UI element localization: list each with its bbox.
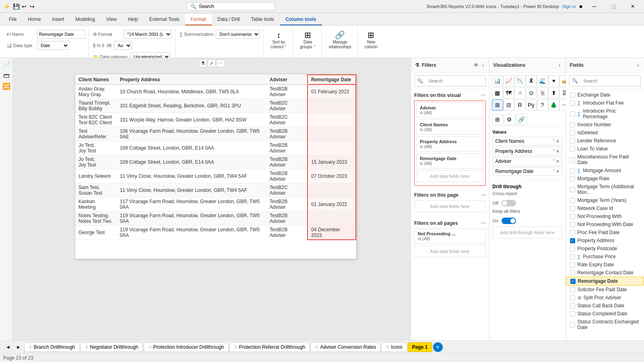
field-checkbox[interactable] xyxy=(570,222,575,227)
field-invoice-number[interactable]: Invoice Number xyxy=(566,121,644,129)
field-mortgage-rate[interactable]: Mortgage Rate xyxy=(566,175,644,183)
tab-column-tools[interactable]: Column tools xyxy=(280,14,322,25)
field-mortgage-term-years[interactable]: Mortgage Term (Years) xyxy=(566,196,644,204)
viz-gauge[interactable]: ⊙ xyxy=(526,87,537,99)
field-checkbox[interactable] xyxy=(570,93,575,98)
tab-protection-referral[interactable]: ⊹ Protection Referral Drillthrough xyxy=(229,342,310,352)
field-mortgage-term-additional[interactable]: Mortgage Term (Additional Mon... xyxy=(566,183,644,196)
viz-decomp[interactable]: 🌲 xyxy=(548,99,559,111)
field-split-proc-adviser[interactable]: ⊞ Split Proc Adviser xyxy=(566,294,644,302)
field-checkbox[interactable] xyxy=(570,230,575,235)
filter-adviser[interactable]: Adviser is (All) xyxy=(416,103,484,118)
manage-relationships-button[interactable]: 🔗 Managerelationships xyxy=(326,29,354,51)
field-introducer-proc-percentage[interactable]: ∑ Introducer Proc Percentage xyxy=(566,107,644,121)
tab-icons[interactable]: ⊹ Icons xyxy=(381,342,407,352)
viz-waterfall[interactable]: 🌊 xyxy=(537,75,548,86)
chip-remove-icon[interactable]: ✕ xyxy=(556,139,559,144)
save-icon[interactable]: 💾 xyxy=(13,3,19,10)
filter-remortgage-date[interactable]: Remortgage Date is (All) xyxy=(416,153,484,169)
field-solicitor-fee-paid-date[interactable]: Solicitor Fee Paid Date xyxy=(566,286,644,294)
summarization-select[interactable]: Don't summarize xyxy=(216,30,260,39)
report-view-icon[interactable]: 📄 xyxy=(2,61,10,69)
close-button[interactable]: ✕ xyxy=(625,0,641,13)
field-loan-to-value[interactable]: Loan To Value xyxy=(566,145,644,153)
filters-visual-dots[interactable]: ⋯ xyxy=(481,93,486,98)
add-data-visual[interactable]: Add data fields here xyxy=(416,170,484,182)
field-checkbox[interactable] xyxy=(570,254,575,259)
add-data-all-pages[interactable]: Add data fields here xyxy=(414,245,486,257)
tab-branch-drillthrough[interactable]: ⊹ Branch Drillthrough xyxy=(24,342,80,352)
tab-data-drill[interactable]: Data / Drill xyxy=(212,14,246,25)
field-checkbox[interactable] xyxy=(570,206,575,211)
field-checkbox[interactable] xyxy=(570,262,575,267)
field-checkbox-checked[interactable]: ✓ xyxy=(570,279,576,284)
tab-file[interactable]: File xyxy=(3,14,22,25)
tab-format[interactable]: Format xyxy=(185,14,212,25)
expand-icon-tb[interactable]: ⤢ xyxy=(208,60,215,67)
sort-by-column-button[interactable]: ↕ Sort bycolumn ˅ xyxy=(268,29,289,51)
field-checkbox[interactable] xyxy=(570,138,575,144)
table-scroll[interactable]: Client Names Property Address Adviser Re… xyxy=(75,74,356,259)
name-input[interactable] xyxy=(37,30,85,39)
viz-matrix[interactable]: ⊟ xyxy=(503,99,514,111)
tab-view[interactable]: View xyxy=(101,14,122,25)
field-checkbox[interactable] xyxy=(570,214,575,219)
chip-remove-icon[interactable]: ✕ xyxy=(556,169,559,174)
tab-negotiator-drillthrough[interactable]: ⊹ Negotiator Drillthrough xyxy=(80,342,143,352)
data-view-icon[interactable]: 🗃 xyxy=(3,72,10,79)
viz-qna[interactable]: ? xyxy=(537,99,548,111)
filter-client-names[interactable]: Client Names is (All) xyxy=(416,119,484,135)
field-network-case-id[interactable]: Network Case Id xyxy=(566,204,644,212)
viz-scatter[interactable]: ✦ xyxy=(548,75,559,86)
chip-remove-icon[interactable]: ✕ xyxy=(556,159,559,164)
field-checkbox[interactable] xyxy=(570,303,575,309)
field-checkbox[interactable] xyxy=(570,187,575,192)
viz-kpi[interactable]: ⬆ xyxy=(548,87,559,99)
field-purchase-price[interactable]: ∑ Purchase Price xyxy=(566,253,644,261)
tab-nav-right[interactable]: ► xyxy=(14,343,23,351)
field-checkbox[interactable] xyxy=(570,146,575,152)
viz-fields-icon[interactable]: 🔗 xyxy=(516,114,527,125)
filters-page-dots[interactable]: ⋯ xyxy=(481,192,486,198)
field-rate-expiry-date[interactable]: Rate Expiry Date xyxy=(566,261,644,269)
field-checkbox[interactable] xyxy=(570,295,575,300)
field-checkbox[interactable] xyxy=(570,122,575,128)
tab-modeling[interactable]: Modeling xyxy=(70,14,101,25)
keep-filters-toggle[interactable] xyxy=(502,218,516,224)
field-status-completed-date[interactable]: Status Completed Date xyxy=(566,310,644,318)
field-exchange-date[interactable]: Exchange Date xyxy=(566,91,644,99)
tab-adviser-conversion[interactable]: ⊹ Adviser Conversion Rates xyxy=(310,342,380,352)
field-status-contracts-exchanged-date[interactable]: Status Contracts Exchanged Date xyxy=(566,318,644,331)
viz-r-visual[interactable]: R xyxy=(514,99,526,111)
field-status-call-back-date[interactable]: Status Call Back Date xyxy=(566,302,644,310)
viz-card[interactable]: 🃏 xyxy=(537,87,548,99)
field-checkbox[interactable] xyxy=(570,130,575,136)
datatype-select[interactable]: Date xyxy=(37,41,69,50)
tab-protection-intro[interactable]: ⊹ Protection Introducer Drillthrough xyxy=(144,342,229,352)
filter-property-address[interactable]: Property Address is (All) xyxy=(416,136,484,152)
viz-area-chart[interactable]: 📉 xyxy=(514,75,526,86)
fields-expand-icon[interactable]: › xyxy=(636,61,640,69)
filter-icon-tb[interactable]: ⚗ xyxy=(199,60,207,67)
field-property-address[interactable]: ✓ Property Address xyxy=(566,237,644,245)
filter-not-proceeding[interactable]: Not Proceeding ... is (All) xyxy=(414,228,486,244)
model-view-icon[interactable]: 🔀 xyxy=(2,82,10,90)
field-checkbox[interactable] xyxy=(570,157,575,162)
field-isdeleted[interactable]: IsDeleted xyxy=(566,129,644,137)
viz-format-icon[interactable]: ⊞ xyxy=(492,114,503,125)
field-checkbox[interactable] xyxy=(570,311,575,317)
field-checkbox[interactable] xyxy=(570,322,575,327)
field-remortgage-date[interactable]: ✓ Remortgage Date xyxy=(566,277,644,286)
fields-search-input[interactable] xyxy=(580,77,638,85)
tab-nav-left[interactable]: ◄ xyxy=(3,343,13,351)
signin-text[interactable]: Sign in xyxy=(562,4,576,9)
viz-py-visual[interactable]: Py xyxy=(526,99,537,111)
field-checkbox-checked[interactable]: ✓ xyxy=(570,238,575,243)
viz-analytics-icon[interactable]: ⚙ xyxy=(504,114,515,125)
viz-ribbon-chart[interactable]: 🎗 xyxy=(526,75,537,86)
chip-dropdown-icon[interactable]: ˅ xyxy=(553,159,555,164)
viz-treemap[interactable]: ▦ xyxy=(492,87,503,99)
tab-external-tools[interactable]: External Tools xyxy=(144,14,185,25)
format-select[interactable]: *14 March 2001 (L... xyxy=(124,30,172,39)
field-checkbox[interactable] xyxy=(570,198,575,203)
